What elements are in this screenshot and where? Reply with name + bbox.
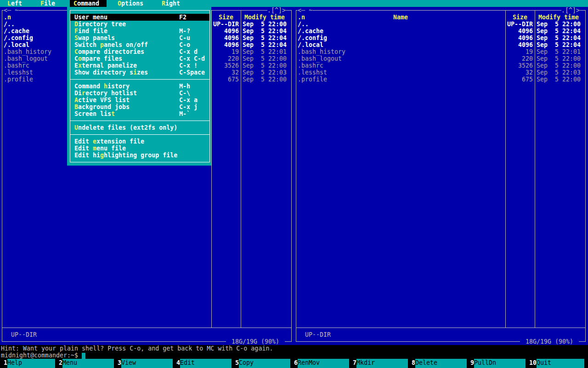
shell-prompt[interactable]: midnight@commander:~$ bbox=[1, 352, 78, 359]
panel-nav-buttons[interactable]: .[^]> bbox=[561, 7, 580, 14]
menu-item-edit-menu-file[interactable]: Edit menu file bbox=[70, 145, 209, 152]
menu-item-post: istory bbox=[107, 83, 130, 90]
panel-top-border bbox=[296, 10, 586, 11]
fkey-number-10[interactable]: 10 bbox=[529, 359, 537, 368]
file-row-profile[interactable]: .profile675Sep 5 22:00 bbox=[296, 76, 586, 83]
menu-item-label: Directory tree bbox=[74, 21, 126, 28]
menu-item-label: Edit extension file bbox=[74, 138, 144, 145]
panel-ministatus-border bbox=[2, 328, 292, 328]
file-mtime: Sep 5 22:00 bbox=[537, 76, 581, 83]
file-name: .lesshst bbox=[298, 69, 327, 76]
fkey-number-1[interactable]: 1 bbox=[0, 359, 7, 368]
file-size: 4096 bbox=[507, 28, 533, 34]
menu-item-compare-directories[interactable]: Compare directoriesC-x d bbox=[70, 48, 209, 55]
fkey-6-renmov[interactable]: RenMov bbox=[298, 359, 349, 368]
file-row-item[interactable]: /..UP--DIRSep 5 22:00 bbox=[296, 21, 586, 28]
menu-item-command-history[interactable]: Command historyM-h bbox=[70, 83, 209, 90]
function-key-bar: 1Help2Menu3View4Edit5Copy6RenMov7Mkdir8D… bbox=[0, 359, 588, 368]
fkey-number-5[interactable]: 5 bbox=[235, 359, 239, 368]
file-row-lesshst[interactable]: .lesshst32Sep 5 22:03 bbox=[296, 69, 586, 76]
menu-item-label: Screen list bbox=[74, 110, 115, 117]
fkey-5-copy[interactable]: Copy bbox=[239, 359, 290, 368]
fkey-1-help[interactable]: Help bbox=[7, 359, 55, 368]
panel-nav-buttons[interactable]: .[^]> bbox=[267, 7, 286, 14]
menu-item-shortcut: C-x C-d bbox=[179, 55, 205, 62]
menu-item-shortcut: C-x a bbox=[179, 97, 198, 104]
menu-item-shortcut: C-u bbox=[179, 34, 190, 41]
menu-item-shortcut: C-x d bbox=[179, 48, 198, 55]
fkey-2-menu[interactable]: Menu bbox=[62, 359, 114, 368]
menu-item-pre: Command bbox=[74, 83, 104, 90]
fkey-10-quit[interactable]: Quit bbox=[537, 359, 584, 368]
menu-item-hotkey: m bbox=[93, 145, 96, 152]
fkey-3-view[interactable]: View bbox=[121, 359, 173, 368]
menu-item-hotkey: r bbox=[82, 90, 85, 97]
menu-item-pre: Di bbox=[74, 90, 82, 97]
menu-item-swap-panels[interactable]: Swap panelsC-u bbox=[70, 34, 209, 41]
menu-item-label: Edit menu file bbox=[74, 145, 126, 152]
menu-item-edit-extension-file[interactable]: Edit extension file bbox=[70, 138, 209, 145]
column-header-size[interactable]: Size bbox=[213, 14, 239, 21]
menu-separator bbox=[70, 134, 210, 135]
fkey-number-6[interactable]: 6 bbox=[294, 359, 298, 368]
menu-item-label: Show directory sizes bbox=[74, 69, 148, 76]
file-size: 32 bbox=[213, 69, 239, 76]
menu-item-directory-tree[interactable]: Directory tree bbox=[70, 21, 209, 28]
menu-item-shortcut: C-Space bbox=[179, 69, 205, 76]
menu-item-switch-panels-on-off[interactable]: Switch panels on/offC-o bbox=[70, 41, 209, 48]
column-header-size[interactable]: Size bbox=[507, 14, 533, 21]
file-row-config[interactable]: /.config4096Sep 5 22:04 bbox=[296, 34, 586, 41]
menu-item-label: Background jobs bbox=[74, 104, 130, 110]
menu-item-external-panelize[interactable]: External panelizeC-x ! bbox=[70, 62, 209, 69]
menu-item-pre: Switch bbox=[74, 41, 100, 48]
fkey-number-8[interactable]: 8 bbox=[412, 359, 415, 368]
column-header-name[interactable]: Name bbox=[298, 14, 503, 21]
menu-item-undelete-files-ext2fs-only[interactable]: Undelete files (ext2fs only) bbox=[70, 124, 209, 131]
column-header-mtime[interactable]: Modify time bbox=[537, 14, 581, 21]
menu-item-label: Swap panels bbox=[74, 34, 115, 41]
menu-item-post: ectory hotlist bbox=[85, 90, 137, 97]
fkey-8-delete[interactable]: Delete bbox=[415, 359, 467, 368]
file-name: .bash_logout bbox=[298, 55, 342, 62]
menu-item-directory-hotlist[interactable]: Directory hotlistC-\ bbox=[70, 90, 209, 97]
menu-item-find-file[interactable]: Find fileM-? bbox=[70, 28, 209, 34]
menu-item-shortcut: C-\ bbox=[179, 90, 190, 97]
file-mtime: Sep 5 22:00 bbox=[243, 62, 287, 69]
menu-item-compare-files[interactable]: Compare filesC-x C-d bbox=[70, 55, 209, 62]
file-row-cache[interactable]: /.cache4096Sep 5 22:04 bbox=[296, 28, 586, 34]
file-name: /.config bbox=[298, 34, 327, 41]
menu-item-hotkey: g bbox=[100, 152, 104, 159]
menu-item-active-vfs-list[interactable]: Active VFS listC-x a bbox=[70, 97, 209, 104]
menu-item-pre: Screen lis bbox=[74, 110, 111, 117]
menu-item-user-menu[interactable]: User menuF2 bbox=[70, 14, 209, 21]
file-row-bash-logout[interactable]: .bash_logout220Sep 5 22:00 bbox=[296, 55, 586, 62]
file-size: 4096 bbox=[213, 28, 239, 34]
fkey-number-3[interactable]: 3 bbox=[118, 359, 121, 368]
menu-item-background-jobs[interactable]: Background jobsC-x j bbox=[70, 104, 209, 110]
panel-history-back-button[interactable]: <─ ~ bbox=[4, 7, 18, 14]
file-row-local[interactable]: /.local4096Sep 5 22:04 bbox=[296, 41, 586, 48]
column-header-mtime[interactable]: Modify time bbox=[243, 14, 287, 21]
menu-item-shortcut: F2 bbox=[179, 14, 187, 21]
panel-ministatus: UP--DIR bbox=[11, 331, 37, 338]
fkey-7-mkdir[interactable]: Mkdir bbox=[356, 359, 408, 368]
fkey-number-9[interactable]: 9 bbox=[470, 359, 474, 368]
file-size: 3526 bbox=[507, 62, 533, 69]
fkey-number-4[interactable]: 4 bbox=[176, 359, 180, 368]
menu-item-show-directory-sizes[interactable]: Show directory sizesC-Space bbox=[70, 69, 209, 76]
fkey-number-2[interactable]: 2 bbox=[59, 359, 62, 368]
menu-item-screen-list[interactable]: Screen listM-` bbox=[70, 110, 209, 117]
menu-item-pre: Edit hi bbox=[74, 152, 100, 159]
menu-item-hotkey: F bbox=[74, 28, 78, 34]
file-row-bashrc[interactable]: .bashrc3526Sep 5 22:00 bbox=[296, 62, 586, 69]
menu-item-label: External panelize bbox=[74, 62, 137, 69]
file-mtime: Sep 5 22:00 bbox=[537, 62, 581, 69]
file-row-bash-history[interactable]: .bash_history19Sep 5 22:01 bbox=[296, 48, 586, 55]
fkey-9-pulldn[interactable]: PullDn bbox=[474, 359, 526, 368]
file-mtime: Sep 5 22:00 bbox=[243, 21, 287, 28]
menu-item-post: hlighting group file bbox=[104, 152, 177, 159]
panel-history-back-button[interactable]: <─ ~ bbox=[298, 7, 312, 14]
menu-item-edit-highlighting-group-file[interactable]: Edit highlighting group file bbox=[70, 152, 209, 159]
fkey-number-7[interactable]: 7 bbox=[353, 359, 356, 368]
fkey-4-edit[interactable]: Edit bbox=[180, 359, 232, 368]
